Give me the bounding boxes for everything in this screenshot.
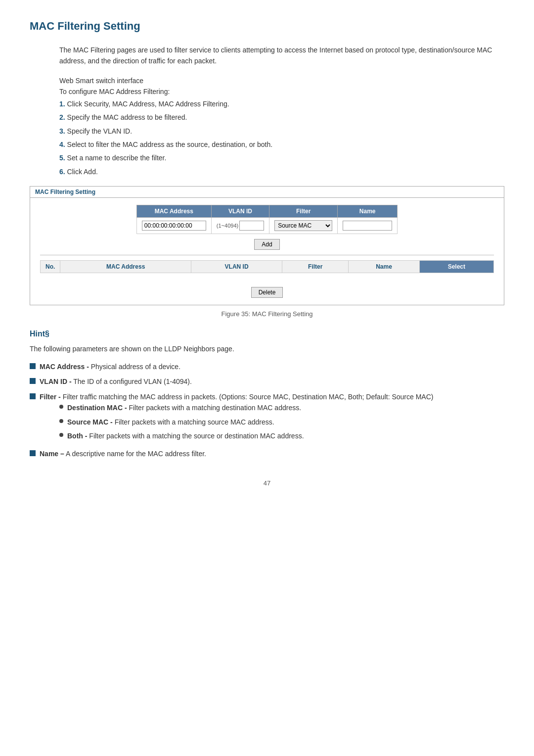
form-col-filter: Filter: [269, 205, 338, 218]
hint-sub-bullet-source: [59, 419, 63, 423]
hint-filter-content: Filter - Filter traffic matching the MAC…: [40, 391, 433, 445]
list-col-filter: Filter: [282, 261, 349, 273]
filter-dropdown[interactable]: Source MAC Destination MAC Both: [274, 220, 332, 231]
step-5-text: Set a name to describe the filter.: [67, 154, 167, 162]
step-3: 3. Specify the VLAN ID.: [59, 126, 504, 137]
mac-filter-inner: MAC Address VLAN ID Filter Name (1~4094): [30, 198, 504, 305]
hint-sub-dest-mac: Destination MAC - Filter packets with a …: [59, 402, 433, 413]
hint-sub-dest-text: Destination MAC - Filter packets with a …: [67, 402, 301, 413]
list-col-name: Name: [349, 261, 419, 273]
mac-input-cell[interactable]: [136, 218, 211, 234]
hint-mac-desc: Physical address of a device.: [89, 363, 180, 371]
list-col-mac: MAC Address: [60, 261, 191, 273]
hint-bullet-filter: [30, 393, 36, 399]
hint-name: Name – A descriptive name for the MAC ad…: [30, 448, 504, 459]
mac-filter-box: MAC Filtering Setting MAC Address VLAN I…: [30, 186, 504, 305]
hint-filter-bold: Filter -: [40, 393, 61, 401]
step-1-number: 1.: [59, 100, 65, 108]
hint-bullet-name: [30, 450, 36, 456]
hint-name-text: Name – A descriptive name for the MAC ad…: [40, 448, 206, 459]
step-1: 1. Click Security, MAC Address, MAC Addr…: [59, 98, 504, 109]
hint-bullet-vlan: [30, 378, 36, 384]
filter-select-cell[interactable]: Source MAC Destination MAC Both: [269, 218, 338, 234]
name-input-cell[interactable]: [338, 218, 398, 234]
steps-list: 1. Click Security, MAC Address, MAC Addr…: [59, 98, 504, 177]
page-number: 47: [30, 479, 504, 487]
hint-title: Hint§: [30, 330, 504, 338]
hint-name-desc: A descriptive name for the MAC address f…: [64, 450, 206, 458]
hint-vlan-bold: VLAN ID -: [40, 378, 72, 385]
hint-sub-bullet-dest: [59, 405, 63, 409]
hint-sub-both-desc: Filter packets with a matching the sourc…: [87, 432, 304, 440]
step-6: 6. Click Add.: [59, 166, 504, 177]
hint-sub-both: Both - Filter packets with a matching th…: [59, 430, 433, 441]
sub-label: Web Smart switch interface: [59, 77, 504, 85]
hint-vlan-desc: The ID of a configured VLAN (1-4094).: [72, 378, 192, 385]
hint-sub-dest-desc: Filter packets with a matching destinati…: [127, 404, 302, 412]
name-input[interactable]: [343, 221, 392, 231]
hint-bullet-mac: [30, 363, 36, 369]
hint-sub-source-mac: Source MAC - Filter packets with a match…: [59, 417, 433, 427]
mac-filter-box-title: MAC Filtering Setting: [30, 187, 504, 198]
page-description: The MAC Filtering pages are used to filt…: [59, 45, 504, 67]
step-2-number: 2.: [59, 113, 65, 121]
empty-row: [41, 273, 494, 283]
list-col-select: Select: [419, 261, 493, 273]
mac-address-input[interactable]: [142, 221, 206, 231]
vlan-input-cell[interactable]: (1~4094): [211, 218, 269, 234]
hint-sub-source-text: Source MAC - Filter packets with a match…: [67, 417, 274, 427]
hint-mac-bold: MAC Address -: [40, 363, 89, 371]
hint-section: Hint§ The following parameters are shown…: [30, 330, 504, 460]
step-6-text: Click Add.: [67, 168, 98, 176]
hint-sub-bullet-both: [59, 433, 63, 437]
vlan-id-input[interactable]: [239, 221, 264, 231]
add-button[interactable]: Add: [254, 239, 279, 250]
step-1-text: Click Security, MAC Address, MAC Address…: [67, 100, 229, 108]
hint-filter: Filter - Filter traffic matching the MAC…: [30, 391, 504, 445]
hint-filter-desc: Filter traffic matching the MAC address …: [61, 393, 434, 401]
list-col-no: No.: [41, 261, 60, 273]
mac-list-table: No. MAC Address VLAN ID Filter Name Sele…: [40, 260, 494, 283]
step-3-number: 3.: [59, 127, 65, 135]
step-4-text: Select to filter the MAC address as the …: [67, 141, 273, 148]
delete-button[interactable]: Delete: [251, 287, 283, 298]
hint-sub-source-desc: Filter packets with a matching source MA…: [113, 418, 274, 426]
mac-form-table: MAC Address VLAN ID Filter Name (1~4094): [136, 205, 398, 234]
page-title: MAC Filtering Setting: [30, 20, 504, 33]
hint-mac-address: MAC Address - Physical address of a devi…: [30, 361, 504, 372]
hint-vlan-text: VLAN ID - The ID of a configured VLAN (1…: [40, 376, 192, 387]
hint-sub-both-bold: Both -: [67, 432, 87, 440]
hint-sub-dest-bold: Destination MAC -: [67, 404, 127, 412]
hint-mac-text: MAC Address - Physical address of a devi…: [40, 361, 180, 372]
form-col-name: Name: [338, 205, 398, 218]
step-4-number: 4.: [59, 141, 65, 148]
configure-label: To configure MAC Address Filtering:: [59, 88, 504, 95]
vlan-prefix-label: (1~4094): [217, 223, 238, 229]
figure-caption: Figure 35: MAC Filtering Setting: [30, 310, 504, 318]
list-col-vlan: VLAN ID: [191, 261, 282, 273]
step-5: 5. Set a name to describe the filter.: [59, 152, 504, 163]
hint-description: The following parameters are shown on th…: [30, 343, 504, 354]
step-3-text: Specify the VLAN ID.: [67, 127, 133, 135]
hint-sub-both-text: Both - Filter packets with a matching th…: [67, 430, 304, 441]
hint-sub-source-bold: Source MAC -: [67, 418, 113, 426]
hint-vlan-id: VLAN ID - The ID of a configured VLAN (1…: [30, 376, 504, 387]
step-6-number: 6.: [59, 168, 65, 176]
hint-name-bold: Name –: [40, 450, 64, 458]
form-col-mac: MAC Address: [136, 205, 211, 218]
step-5-number: 5.: [59, 154, 65, 162]
step-2-text: Specify the MAC address to be filtered.: [67, 113, 187, 121]
step-2: 2. Specify the MAC address to be filtere…: [59, 112, 504, 123]
step-4: 4. Select to filter the MAC address as t…: [59, 139, 504, 150]
form-col-vlan: VLAN ID: [211, 205, 269, 218]
form-divider: [40, 255, 494, 255]
